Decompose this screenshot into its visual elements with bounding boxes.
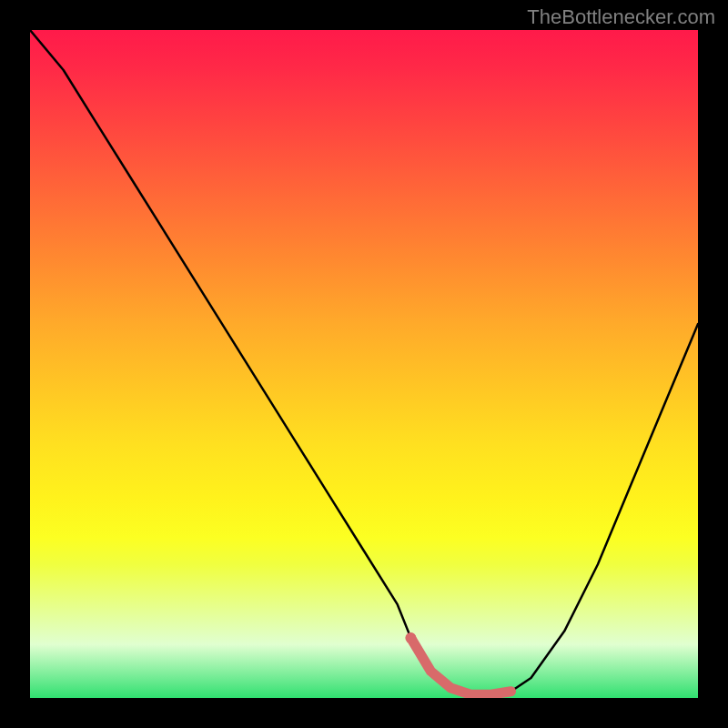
watermark-text: TheBottlenecker.com [527, 5, 715, 29]
bottleneck-curve [30, 30, 698, 694]
flat-region-marker [410, 638, 511, 694]
plot-area [30, 30, 698, 698]
flat-region-dot [405, 632, 416, 643]
chart-svg [30, 30, 698, 698]
